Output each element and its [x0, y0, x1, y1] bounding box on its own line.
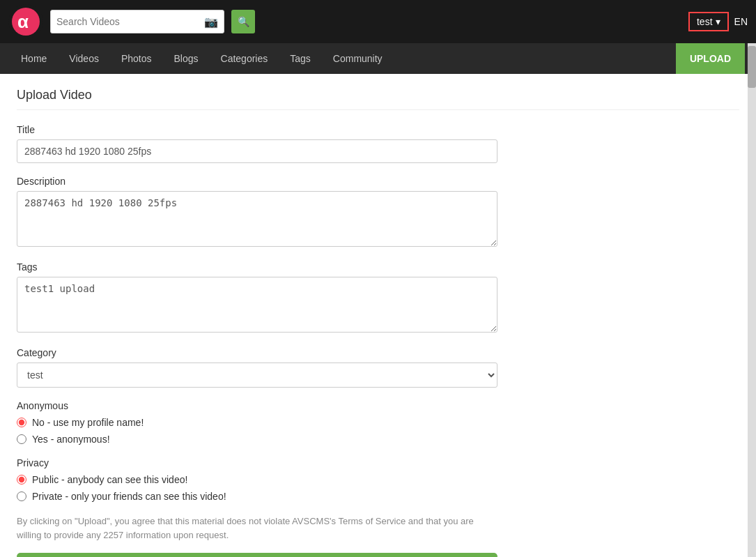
tags-input[interactable]: test1 upload — [17, 277, 497, 333]
privacy-label: Privacy — [17, 457, 497, 468]
nav-items: Home Videos Photos Blogs Categories Tags… — [11, 46, 676, 71]
dropdown-icon: ▾ — [716, 16, 720, 27]
title-label: Title — [17, 124, 497, 135]
nav-item-photos[interactable]: Photos — [111, 46, 162, 71]
anonymous-yes-radio[interactable] — [17, 434, 26, 444]
scrollbar-thumb — [748, 46, 756, 88]
category-select[interactable]: test — [17, 363, 497, 388]
navbar: Home Videos Photos Blogs Categories Tags… — [0, 43, 756, 74]
progress-bar-container — [17, 553, 497, 557]
category-label: Category — [17, 347, 497, 358]
search-button[interactable]: 🔍 — [231, 10, 255, 33]
nav-item-videos[interactable]: Videos — [59, 46, 109, 71]
privacy-radio-group: Public - anybody can see this video! Pri… — [17, 474, 497, 502]
progress-bar-fill — [17, 553, 497, 557]
nav-item-community[interactable]: Community — [323, 46, 392, 71]
lang-label: EN — [734, 16, 748, 27]
anonymous-no-radio[interactable] — [17, 418, 26, 427]
user-menu-button[interactable]: test ▾ — [688, 12, 729, 31]
header-right: test ▾ EN — [688, 12, 748, 31]
anonymous-yes-label[interactable]: Yes - anonymous! — [17, 434, 497, 445]
user-label: test — [697, 16, 713, 27]
search-icon: 🔍 — [238, 16, 249, 27]
privacy-public-radio[interactable] — [17, 475, 26, 484]
category-group: Category test — [17, 347, 497, 388]
description-label: Description — [17, 176, 497, 187]
search-container: 📷 — [50, 10, 224, 33]
page-title: Upload Video — [17, 88, 739, 110]
main-content: Upload Video Title Description 2887463 h… — [0, 74, 756, 557]
privacy-private-text: Private - only your friends can see this… — [32, 491, 226, 502]
tags-label: Tags — [17, 261, 497, 273]
search-input[interactable] — [56, 16, 204, 27]
anonymous-no-label[interactable]: No - use my profile name! — [17, 417, 497, 428]
title-input[interactable] — [17, 139, 497, 163]
upload-form: Title Description 2887463 hd 1920 1080 2… — [17, 124, 497, 557]
privacy-private-label[interactable]: Private - only your friends can see this… — [17, 491, 497, 502]
camera-icon: 📷 — [204, 15, 218, 29]
nav-item-blogs[interactable]: Blogs — [164, 46, 208, 71]
nav-item-tags[interactable]: Tags — [280, 46, 321, 71]
upload-nav-button[interactable]: UPLOAD — [676, 43, 745, 74]
privacy-group: Privacy Public - anybody can see this vi… — [17, 457, 497, 502]
nav-item-categories[interactable]: Categories — [211, 46, 278, 71]
tags-group: Tags test1 upload — [17, 261, 497, 335]
privacy-private-radio[interactable] — [17, 491, 26, 501]
scrollbar[interactable] — [748, 43, 756, 557]
nav-item-home[interactable]: Home — [11, 46, 56, 71]
anonymous-label: Anonymous — [17, 400, 497, 411]
description-input[interactable]: 2887463 hd 1920 1080 25fps — [17, 191, 497, 247]
title-group: Title — [17, 124, 497, 163]
anonymous-group: Anonymous No - use my profile name! Yes … — [17, 400, 497, 445]
anonymous-yes-text: Yes - anonymous! — [32, 434, 110, 445]
language-button[interactable]: EN — [734, 16, 748, 27]
description-group: Description 2887463 hd 1920 1080 25fps — [17, 176, 497, 249]
svg-text:α: α — [17, 11, 29, 32]
anonymous-no-text: No - use my profile name! — [32, 417, 144, 428]
anonymous-radio-group: No - use my profile name! Yes - anonymou… — [17, 417, 497, 445]
logo[interactable]: α — [8, 4, 43, 39]
tos-text: By clicking on "Upload", you agree that … — [17, 514, 497, 542]
privacy-public-label[interactable]: Public - anybody can see this video! — [17, 474, 497, 485]
privacy-public-text: Public - anybody can see this video! — [32, 474, 187, 485]
header: α 📷 🔍 test ▾ EN — [0, 0, 756, 43]
